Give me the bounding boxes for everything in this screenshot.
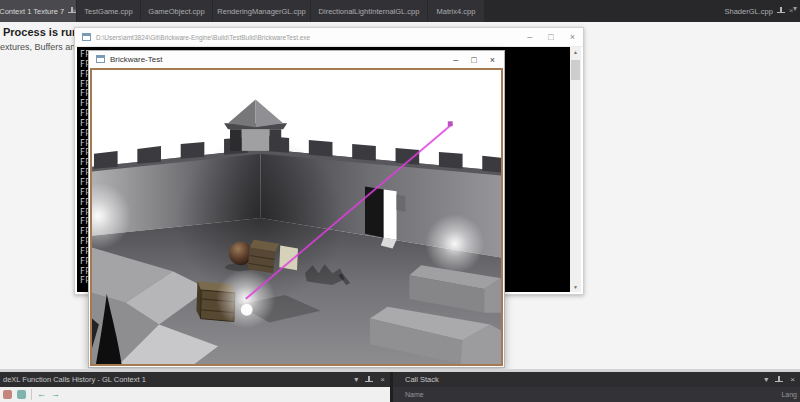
minimize-button[interactable]: –	[453, 52, 458, 69]
call-stack-header: Name Lang	[393, 387, 800, 402]
forward-arrow-icon[interactable]: →	[51, 387, 60, 402]
tab-renderingmanagergl[interactable]: RenderingManagerGL.cpp	[213, 0, 310, 22]
console-title: D:\Users\amt3824\Git\Brickware-Engine\Bu…	[96, 34, 310, 41]
app-icon	[96, 55, 105, 63]
console-scrollbar[interactable]: ▲ ▼	[570, 47, 581, 292]
pin-icon[interactable]	[775, 376, 783, 384]
tab-label: GameObject.cpp	[148, 7, 204, 16]
maximize-button[interactable]: □	[471, 52, 476, 69]
maximize-button[interactable]: □	[548, 29, 553, 46]
tab-testgame[interactable]: TestGame.cpp	[77, 0, 140, 22]
ray-endpoint-handle	[448, 121, 453, 126]
game-3d-viewport[interactable]	[90, 68, 503, 366]
column-header-language[interactable]: Lang	[781, 387, 797, 402]
panel-titlebar[interactable]: deXL Function Calls History - GL Context…	[0, 372, 390, 387]
column-header-name[interactable]: Name	[393, 391, 424, 398]
tab-label: RenderingManagerGL.cpp	[217, 7, 305, 16]
toolbar-divider	[31, 389, 32, 400]
panel-title: deXL Function Calls History - GL Context…	[0, 372, 390, 387]
ide-workspace: Context 1 Texture 7 × TestGame.cpp GameO…	[0, 0, 800, 402]
tab-label: Context 1 Texture 7	[0, 7, 64, 16]
game-titlebar[interactable]: Brickware-Test – □ ×	[89, 51, 504, 68]
close-button[interactable]: ×	[490, 52, 495, 69]
tab-overflow-icon[interactable]: ▾	[793, 4, 797, 13]
close-button[interactable]: ×	[570, 29, 575, 46]
tab-directionallightinternalgl[interactable]: DirectionalLightInternalGL.cpp	[311, 0, 427, 22]
scrollbar-thumb[interactable]	[571, 60, 580, 80]
tab-label: TestGame.cpp	[84, 7, 132, 16]
close-icon[interactable]: ×	[790, 372, 795, 387]
point-light-core	[241, 304, 253, 316]
pin-icon[interactable]	[365, 376, 373, 384]
dropdown-icon[interactable]: ▾	[764, 372, 768, 387]
pin-icon[interactable]	[777, 7, 785, 15]
app-icon	[82, 33, 91, 41]
tab-label: DirectionalLightInternalGL.cpp	[319, 7, 420, 16]
scroll-up-icon[interactable]: ▲	[570, 49, 581, 55]
minimize-button[interactable]: –	[527, 29, 532, 46]
call-stack-panel: Call Stack ▾ × Name Lang	[393, 372, 800, 402]
filter-icon[interactable]	[17, 390, 26, 399]
tab-gameobject[interactable]: GameObject.cpp	[141, 0, 212, 22]
tab-shadergl[interactable]: ShaderGL.cpp ×	[722, 0, 796, 22]
record-icon[interactable]	[3, 390, 12, 399]
dropdown-icon[interactable]: ▾	[354, 372, 358, 387]
tab-context1-texture7[interactable]: Context 1 Texture 7 ×	[0, 0, 76, 22]
panel-toolbar: ← →	[0, 387, 390, 402]
console-titlebar[interactable]: D:\Users\amt3824\Git\Brickware-Engine\Bu…	[75, 28, 583, 47]
tab-matrix4[interactable]: Matrix4.cpp	[428, 0, 484, 22]
close-icon[interactable]: ×	[380, 372, 385, 387]
tab-label: Matrix4.cpp	[437, 7, 476, 16]
game-window-title: Brickware-Test	[110, 55, 162, 64]
point-light-glow-right	[425, 214, 484, 273]
brickware-test-window: Brickware-Test – □ ×	[88, 50, 505, 368]
function-calls-history-panel: deXL Function Calls History - GL Context…	[0, 372, 390, 402]
tab-label: ShaderGL.cpp	[724, 7, 772, 16]
panel-title: Call Stack	[393, 372, 800, 387]
castle-scene	[92, 70, 501, 364]
back-arrow-icon[interactable]: ←	[37, 387, 46, 402]
document-tab-bar: Context 1 Texture 7 × TestGame.cpp GameO…	[0, 0, 800, 22]
panel-titlebar[interactable]: Call Stack ▾ ×	[393, 372, 800, 387]
scroll-down-icon[interactable]: ▼	[570, 284, 581, 290]
